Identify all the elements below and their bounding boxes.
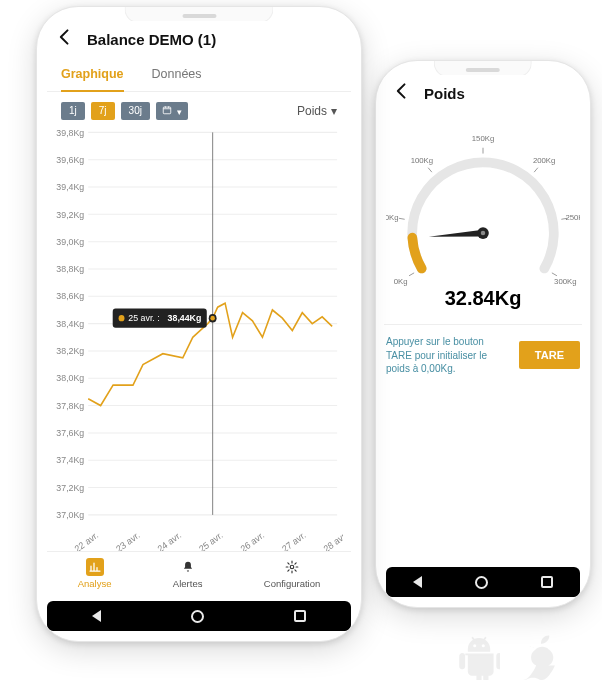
gauge: 0Kg50Kg100Kg150Kg200Kg250Kg300Kg 32.84Kg [384, 113, 582, 310]
svg-text:37,8Kg: 37,8Kg [56, 400, 84, 410]
svg-text:38,2Kg: 38,2Kg [56, 346, 84, 356]
svg-text:0Kg: 0Kg [394, 277, 408, 286]
svg-text:250Kg: 250Kg [565, 213, 580, 222]
svg-rect-17 [163, 107, 171, 114]
bottom-nav: Analyse Alertes Configuration [47, 551, 351, 593]
nav-back-icon[interactable] [413, 576, 422, 588]
tare-button[interactable]: TARE [519, 341, 580, 369]
nav-alertes[interactable]: Alertes [173, 558, 203, 589]
nav-recent-icon[interactable] [541, 576, 553, 588]
range-1d[interactable]: 1j [61, 102, 85, 120]
range-7d[interactable]: 7j [91, 102, 115, 120]
back-arrow-icon[interactable] [55, 27, 75, 51]
svg-text:200Kg: 200Kg [533, 156, 555, 165]
svg-text:39,0Kg: 39,0Kg [56, 237, 84, 247]
svg-line-8 [534, 168, 538, 172]
svg-text:300Kg: 300Kg [554, 277, 576, 286]
range-buttons: 1j 7j 30j ▾ [61, 102, 188, 120]
svg-text:38,8Kg: 38,8Kg [56, 264, 84, 274]
svg-text:37,2Kg: 37,2Kg [56, 482, 84, 492]
svg-text:39,8Kg: 39,8Kg [56, 127, 84, 137]
gear-icon [283, 558, 301, 576]
nav-analyse[interactable]: Analyse [78, 558, 112, 589]
svg-text:25 avr.  :: 25 avr. : [128, 313, 159, 323]
svg-line-2 [399, 218, 405, 219]
nav-label: Analyse [78, 578, 112, 589]
metric-label: Poids [297, 104, 327, 118]
apple-icon [520, 634, 558, 680]
svg-text:100Kg: 100Kg [411, 156, 433, 165]
topbar: Balance DEMO (1) [47, 21, 351, 59]
svg-text:38,44Kg: 38,44Kg [168, 313, 202, 323]
nav-back-icon[interactable] [92, 610, 101, 622]
topbar: Poids [384, 75, 582, 113]
svg-text:37,6Kg: 37,6Kg [56, 428, 84, 438]
svg-text:150Kg: 150Kg [472, 134, 494, 143]
nav-label: Alertes [173, 578, 203, 589]
svg-text:37,4Kg: 37,4Kg [56, 455, 84, 465]
svg-text:27 avr.: 27 avr. [280, 530, 307, 551]
range-30d[interactable]: 30j [121, 102, 150, 120]
svg-point-63 [473, 644, 476, 647]
nav-configuration[interactable]: Configuration [264, 558, 321, 589]
svg-text:39,2Kg: 39,2Kg [56, 209, 84, 219]
metric-dropdown[interactable]: Poids ▾ [297, 104, 337, 118]
svg-line-0 [409, 273, 414, 276]
svg-line-4 [428, 168, 432, 172]
nav-recent-icon[interactable] [294, 610, 306, 622]
svg-point-62 [290, 565, 294, 569]
page-title: Balance DEMO (1) [87, 31, 216, 48]
svg-line-12 [552, 273, 557, 276]
svg-point-59 [119, 315, 125, 321]
android-nav-bar [47, 601, 351, 631]
gauge-value: 32.84Kg [386, 287, 580, 310]
svg-text:23 avr.: 23 avr. [114, 530, 141, 551]
nav-home-icon[interactable] [475, 576, 488, 589]
store-badges [458, 632, 558, 680]
svg-text:50Kg: 50Kg [386, 213, 398, 222]
chart[interactable]: 39,8Kg39,6Kg39,4Kg39,2Kg39,0Kg38,8Kg38,6… [47, 124, 351, 551]
chart-bar-icon [86, 558, 104, 576]
svg-text:22 avr.: 22 avr. [73, 530, 100, 551]
svg-text:38,0Kg: 38,0Kg [56, 373, 84, 383]
tabs: Graphique Données [47, 59, 351, 92]
android-nav-bar [386, 567, 580, 597]
phone-primary: Balance DEMO (1) Graphique Données 1j 7j… [36, 6, 362, 642]
svg-text:28 avr.: 28 avr. [322, 530, 343, 551]
nav-label: Configuration [264, 578, 321, 589]
svg-text:37,0Kg: 37,0Kg [56, 510, 84, 520]
nav-home-icon[interactable] [191, 610, 204, 623]
tare-instruction: Appuyer sur le bouton TARE pour initiali… [386, 335, 509, 376]
svg-text:39,4Kg: 39,4Kg [56, 182, 84, 192]
bell-icon [179, 558, 197, 576]
svg-text:38,6Kg: 38,6Kg [56, 291, 84, 301]
back-arrow-icon[interactable] [392, 81, 412, 105]
svg-text:25 avr.: 25 avr. [197, 530, 224, 551]
svg-text:39,6Kg: 39,6Kg [56, 155, 84, 165]
tab-graphique[interactable]: Graphique [61, 59, 124, 91]
svg-text:26 avr.: 26 avr. [239, 530, 266, 551]
svg-point-57 [210, 316, 215, 321]
svg-text:38,4Kg: 38,4Kg [56, 318, 84, 328]
android-icon [458, 632, 500, 680]
svg-marker-14 [429, 230, 483, 237]
page-title: Poids [424, 85, 465, 102]
tab-donnees[interactable]: Données [152, 59, 202, 91]
range-calendar[interactable]: ▾ [156, 102, 188, 120]
chevron-down-icon: ▾ [331, 104, 337, 118]
chevron-down-icon: ▾ [177, 107, 182, 117]
svg-point-16 [481, 231, 485, 235]
svg-point-64 [482, 644, 485, 647]
calendar-icon [162, 105, 172, 115]
phone-secondary: Poids 0Kg50Kg100Kg150Kg200Kg250Kg300Kg 3… [375, 60, 591, 608]
svg-text:24 avr.: 24 avr. [156, 530, 183, 551]
